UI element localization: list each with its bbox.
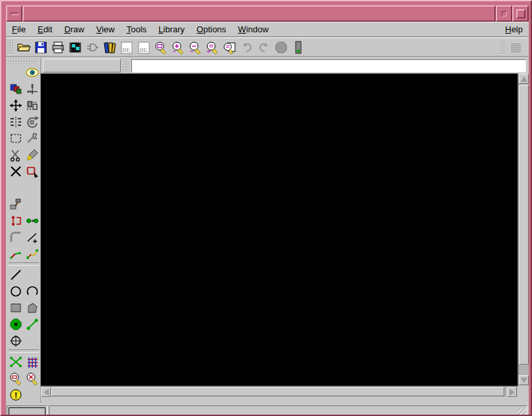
toolbar-grip[interactable]: [8, 40, 13, 55]
vertical-scroll-thumb[interactable]: [519, 85, 529, 365]
horizontal-scroll-thumb[interactable]: [51, 387, 504, 396]
via-tool[interactable]: [7, 316, 24, 332]
command-line-input[interactable]: [131, 59, 526, 73]
schematic-button[interactable]: [84, 39, 101, 56]
menu-window[interactable]: Window: [232, 23, 275, 36]
signal-tool[interactable]: [24, 316, 40, 332]
optimize-tool: [9, 247, 23, 261]
menu-help[interactable]: Help: [499, 23, 529, 36]
minimize-button[interactable]: [496, 5, 512, 22]
help-button[interactable]: [307, 39, 324, 56]
erc-tool[interactable]: !: [7, 386, 24, 403]
redo-button[interactable]: [255, 39, 273, 56]
zoom-out-button[interactable]: [187, 39, 204, 56]
zoom-redraw-button[interactable]: [221, 39, 238, 56]
add-tool[interactable]: [24, 163, 40, 179]
cam-processor-button[interactable]: [67, 39, 84, 56]
value-tool: [25, 181, 40, 195]
text-tool: [25, 268, 40, 282]
board-canvas[interactable]: [41, 74, 517, 386]
menu-library[interactable]: Library: [152, 23, 191, 36]
mark-tool[interactable]: [24, 80, 40, 97]
miter-tool[interactable]: [7, 229, 24, 245]
group-tool[interactable]: [7, 130, 24, 146]
cut-tool[interactable]: [7, 146, 24, 163]
scroll-right-button[interactable]: [507, 387, 517, 397]
polygon-tool[interactable]: [24, 299, 40, 316]
palette-grip[interactable]: [9, 59, 38, 63]
copy-tool[interactable]: [24, 97, 40, 113]
vertical-scrollbar[interactable]: [518, 74, 529, 386]
menu-edit[interactable]: Edit: [32, 23, 58, 36]
route-tool[interactable]: [24, 245, 40, 262]
delete-tool[interactable]: [7, 163, 24, 179]
arc-tool[interactable]: [24, 283, 40, 299]
grid-button[interactable]: [508, 39, 525, 56]
toolbar-buttons: [15, 39, 324, 56]
zoom-select-button[interactable]: [204, 39, 221, 56]
replace-tool[interactable]: [24, 212, 40, 229]
parameter-toolbar: [41, 57, 529, 74]
split-tool[interactable]: [24, 229, 40, 245]
save-button[interactable]: [32, 39, 50, 56]
wire-tool[interactable]: [7, 266, 24, 283]
scroll-up-button[interactable]: [519, 74, 529, 84]
ulp-button[interactable]: [135, 39, 152, 56]
script-button[interactable]: [118, 39, 135, 56]
hole-tool[interactable]: [7, 332, 24, 349]
paste-tool[interactable]: [24, 146, 40, 163]
scroll-left-button[interactable]: [41, 387, 51, 397]
help-icon: [308, 40, 323, 55]
smash-tool[interactable]: [7, 196, 24, 212]
folder-icon: [17, 40, 31, 55]
redo-icon: [257, 40, 271, 55]
left-arrow-icon: [44, 389, 49, 396]
resize-grip[interactable]: [517, 409, 526, 416]
show-tool[interactable]: [24, 64, 40, 80]
auto-tool[interactable]: [24, 353, 40, 370]
horizontal-scrollbar[interactable]: [41, 386, 517, 397]
optimize-tool[interactable]: [7, 245, 24, 262]
titlebar[interactable]: [6, 5, 529, 22]
text-tool[interactable]: [24, 266, 40, 283]
stop-button[interactable]: [273, 39, 290, 56]
menu-view[interactable]: View: [90, 23, 121, 36]
drc-tool[interactable]: [7, 370, 24, 386]
toolbar-right-grip[interactable]: [500, 40, 506, 55]
rotate-tool[interactable]: [24, 113, 40, 130]
move-tool[interactable]: [7, 97, 24, 113]
name-tool[interactable]: [7, 179, 24, 196]
ratsnest-tool[interactable]: [7, 353, 24, 370]
cam-icon: [68, 40, 83, 55]
maximize-button[interactable]: [512, 5, 529, 22]
value-tool[interactable]: [24, 179, 40, 196]
miter-tool: [9, 230, 23, 245]
parambar-grip[interactable]: [123, 59, 129, 73]
zoom-in-button[interactable]: [170, 39, 187, 56]
display-tool[interactable]: [7, 80, 24, 97]
window-menu-button[interactable]: [6, 5, 22, 22]
print-button[interactable]: [50, 39, 67, 56]
errors-tool[interactable]: [24, 370, 40, 386]
mirror-tool[interactable]: [7, 113, 24, 130]
scroll-down-button[interactable]: [519, 375, 529, 385]
rect-tool[interactable]: [7, 299, 24, 316]
stop-icon: [274, 40, 288, 55]
pinswap-tool[interactable]: [7, 212, 24, 229]
statusbar: [6, 403, 529, 416]
traffic-light-button[interactable]: [290, 39, 307, 56]
info-tool[interactable]: [7, 64, 24, 80]
floppy-icon: [34, 40, 48, 55]
undo-button[interactable]: [238, 39, 255, 56]
wire-tool: [9, 268, 23, 282]
zoom-fit-button[interactable]: [152, 39, 170, 56]
menu-file[interactable]: File: [6, 23, 32, 36]
menu-draw[interactable]: Draw: [58, 23, 90, 36]
library-button[interactable]: [101, 39, 118, 56]
change-tool[interactable]: [24, 130, 40, 146]
menu-options[interactable]: Options: [191, 23, 232, 36]
circle-tool[interactable]: [7, 283, 24, 299]
open-button[interactable]: [15, 39, 32, 56]
zoom-out-icon: [188, 40, 203, 55]
menu-tools[interactable]: Tools: [121, 23, 152, 36]
